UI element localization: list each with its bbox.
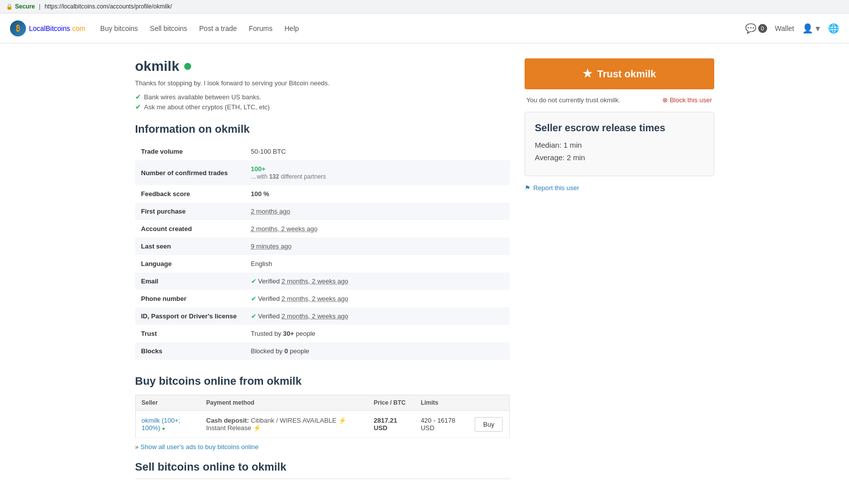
block-icon: ⊗ [662,96,668,104]
trades-table: Seller Payment method Price / BTC Limits… [135,395,510,438]
brand-logo-link[interactable]: ₿ LocalBitcoins.com [10,20,85,36]
secure-indicator: 🔒 Secure [6,3,35,10]
trust-button[interactable]: ★ Trust okmilk [525,58,714,89]
block-user-link[interactable]: ⊗ Block this user [662,96,712,104]
col-price: Price / BTC [368,395,415,411]
info-label-confirmed-trades: Number of confirmed trades [135,160,245,185]
wallet-link[interactable]: Wallet [775,24,794,32]
trade-price: 2817.21 USD [368,411,415,438]
table-row: ID, Passport or Driver's license ✔ Verif… [135,307,510,325]
col-seller: Seller [135,395,200,411]
url-divider: | [39,3,40,10]
profile-username: okmilk [135,58,180,74]
info-value-trust: Trusted by 30+ people [245,325,510,342]
trade-row: okmilk (100+; 100%) ● Cash deposit: Citi… [135,411,509,438]
check-icon-1: ✔ [135,93,141,101]
buy-button[interactable]: Buy [475,417,503,432]
col-payment: Payment method [200,395,368,411]
trust-button-label: Trust okmilk [597,68,656,80]
address-bar: 🔒 Secure | https://localbitcoins.com/acc… [0,0,849,13]
trade-action: Buy [469,411,509,438]
info-label-feedback: Feedback score [135,185,245,203]
bullet-1: ✔ Bank wires available between US banks. [135,93,510,101]
info-value-language: English [245,255,510,272]
info-value-last-seen: 9 minutes ago [245,238,510,255]
sell-divider [135,479,510,479]
info-label-email: Email [135,272,245,290]
info-value-trade-volume: 50-100 BTC [245,143,510,160]
table-row: Last seen 9 minutes ago [135,238,510,255]
show-all-link: » Show all user's ads to buy bitcoins on… [135,443,510,451]
flash-icon-1: ⚡ [338,417,346,424]
trade-limits: 420 - 16178 USD [415,411,469,438]
nav-links: Buy bitcoins Sell bitcoins Post a trade … [100,21,745,35]
nav-sell-bitcoins[interactable]: Sell bitcoins [150,21,187,35]
info-label-phone: Phone number [135,290,245,307]
check-icon-2: ✔ [135,103,141,111]
report-user-link[interactable]: ⚑ Report this user [525,184,714,192]
left-column: okmilk Thanks for stopping by. I look fo… [135,58,510,479]
profile-bullets: ✔ Bank wires available between US banks.… [135,93,510,111]
info-label-id: ID, Passport or Driver's license [135,307,245,325]
user-dropdown-icon[interactable]: 👤 ▾ [802,23,820,34]
right-column: ★ Trust okmilk You do not currently trus… [525,58,714,479]
table-row: Blocks Blocked by 0 people [135,342,510,360]
info-label-last-seen: Last seen [135,238,245,255]
table-row: Phone number ✔ Verified 2 months, 2 week… [135,290,510,307]
info-value-first-purchase: 2 months ago [245,203,510,220]
lock-icon: 🔒 [6,3,13,10]
nav-right: 💬 0 Wallet 👤 ▾ 🌐 [745,23,839,34]
buy-section-title: Buy bitcoins online from okmilk [135,375,510,388]
info-label-first-purchase: First purchase [135,203,245,220]
navbar: ₿ LocalBitcoins.com Buy bitcoins Sell bi… [0,13,849,43]
info-label-trade-volume: Trade volume [135,143,245,160]
trust-status-text: You do not currently trust okmilk. [527,96,620,104]
table-row: Email ✔ Verified 2 months, 2 weeks ago [135,272,510,290]
bullet-2: ✔ Ask me about other cryptos (ETH, LTC, … [135,103,510,111]
info-value-id: ✔ Verified 2 months, 2 weeks ago [245,307,510,325]
escrow-title: Seller escrow release times [535,122,704,134]
info-label-blocks: Blocks [135,342,245,360]
profile-description: Thanks for stopping by. I look forward t… [135,79,510,87]
info-value-account-created: 2 months, 2 weeks ago [245,220,510,238]
info-value-phone: ✔ Verified 2 months, 2 weeks ago [245,290,510,307]
table-row: Number of confirmed trades 100+ …with 13… [135,160,510,185]
table-row: Trust Trusted by 30+ people [135,325,510,342]
info-label-account-created: Account created [135,220,245,238]
nav-post-trade[interactable]: Post a trade [199,21,237,35]
star-icon: ★ [582,67,592,80]
info-section-title: Information on okmilk [135,123,510,136]
chat-icon[interactable]: 💬 0 [745,23,767,34]
main-container: okmilk Thanks for stopping by. I look fo… [125,43,724,494]
brand-logo-icon: ₿ [10,20,26,36]
trust-info: You do not currently trust okmilk. ⊗ Blo… [525,96,714,104]
buy-section: Buy bitcoins online from okmilk Seller P… [135,375,510,451]
show-all-buy-link[interactable]: Show all user's ads to buy bitcoins onli… [140,443,259,451]
sell-section-title: Sell bitcoins online to okmilk [135,461,510,474]
seller-link[interactable]: okmilk (100+; 100%) ● [142,417,181,432]
info-label-language: Language [135,255,245,272]
nav-forums[interactable]: Forums [249,21,273,35]
table-row: Feedback score 100 % [135,185,510,203]
escrow-median: Median: 1 min [535,141,704,149]
col-action [469,395,509,411]
online-indicator [184,63,191,70]
trade-seller: okmilk (100+; 100%) ● [135,411,200,438]
chat-badge: 0 [758,24,767,33]
table-row: Language English [135,255,510,272]
info-value-feedback: 100 % [245,185,510,203]
col-limits: Limits [415,395,469,411]
table-row: Trade volume 50-100 BTC [135,143,510,160]
brand-name: LocalBitcoins.com [29,24,85,32]
trade-payment: Cash deposit: Citibank / WIRES AVAILABLE… [200,411,368,438]
nav-help[interactable]: Help [284,21,299,35]
profile-header: okmilk [135,58,510,74]
nav-buy-bitcoins[interactable]: Buy bitcoins [100,21,138,35]
table-row: Account created 2 months, 2 weeks ago [135,220,510,238]
url-bar[interactable]: https://localbitcoins.com/accounts/profi… [44,3,172,10]
escrow-box: Seller escrow release times Median: 1 mi… [525,112,714,176]
info-label-trust: Trust [135,325,245,342]
globe-icon[interactable]: 🌐 [828,23,839,34]
info-table: Trade volume 50-100 BTC Number of confir… [135,143,510,360]
info-value-blocks: Blocked by 0 people [245,342,510,360]
